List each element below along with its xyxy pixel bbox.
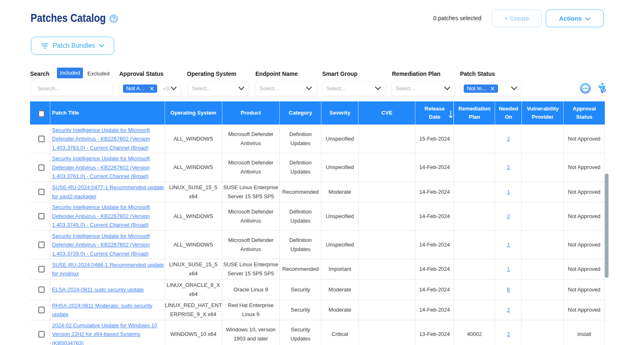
svg-text:?: ?: [112, 16, 116, 22]
